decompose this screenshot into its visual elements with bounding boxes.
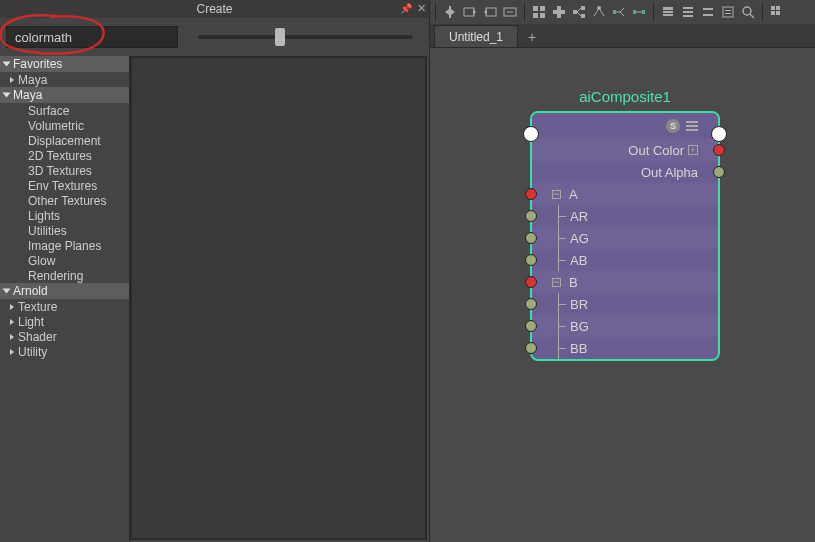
tree-item[interactable]: Shader	[0, 329, 129, 344]
tree-item[interactable]: Env Textures	[0, 178, 129, 193]
node-body: S Out Color + Out Alpha A	[530, 111, 720, 361]
tree-item[interactable]: Utility	[0, 344, 129, 359]
category-tree: Favorites Maya Maya Surface Volumetric D…	[0, 56, 130, 542]
tab-untitled[interactable]: Untitled_1	[434, 25, 518, 47]
tree-item[interactable]: Texture	[0, 299, 129, 314]
svg-rect-4	[533, 6, 538, 11]
expand-icon	[10, 77, 14, 83]
svg-rect-30	[776, 6, 780, 10]
toolbar-remove-icon[interactable]	[630, 3, 648, 21]
svg-rect-29	[771, 6, 775, 10]
input-row-a[interactable]: A	[532, 183, 718, 205]
tree-item[interactable]: 3D Textures	[0, 163, 129, 178]
svg-rect-2	[486, 8, 496, 16]
svg-point-13	[597, 6, 601, 10]
svg-rect-15	[633, 10, 636, 14]
pin-icon[interactable]: 📌	[399, 1, 413, 15]
tab-bar: Untitled_1 +	[430, 24, 815, 48]
toolbar-mode4-icon[interactable]	[719, 3, 737, 21]
toolbar-connected-icon[interactable]	[501, 3, 519, 21]
tree-item[interactable]: Glow	[0, 253, 129, 268]
toolbar-input-output-icon[interactable]	[441, 3, 459, 21]
port-outalpha[interactable]	[713, 166, 725, 178]
input-row-bg[interactable]: BG	[532, 315, 718, 337]
toolbar-input-icon[interactable]	[461, 3, 479, 21]
port-outcolor[interactable]	[713, 144, 725, 156]
svg-rect-6	[533, 13, 538, 18]
tree-item[interactable]: Displacement	[0, 133, 129, 148]
tree-item[interactable]: Surface	[0, 103, 129, 118]
toolbar-mode2-icon[interactable]	[679, 3, 697, 21]
expand-icon	[10, 319, 14, 325]
menu-icon[interactable]	[686, 121, 698, 131]
port-bg[interactable]	[525, 320, 537, 332]
svg-rect-24	[703, 14, 713, 16]
output-row-outalpha[interactable]: Out Alpha	[532, 161, 718, 183]
toolbar-rearrange-icon[interactable]	[590, 3, 608, 21]
expand-icon	[3, 62, 11, 67]
collapse-icon[interactable]	[552, 278, 561, 287]
expand-icon	[10, 304, 14, 310]
port-br[interactable]	[525, 298, 537, 310]
port-ar[interactable]	[525, 210, 537, 222]
svg-rect-5	[540, 6, 545, 11]
collapse-icon[interactable]	[552, 190, 561, 199]
svg-rect-11	[581, 6, 585, 10]
input-row-ar[interactable]: AR	[532, 205, 718, 227]
input-row-ab[interactable]: AB	[532, 249, 718, 271]
category-label: Favorites	[13, 57, 62, 71]
toolbar-add-icon[interactable]	[610, 3, 628, 21]
expand-icon[interactable]: +	[688, 145, 698, 155]
node-aicomposite[interactable]: aiComposite1 S Out Color + Out Alpha	[530, 88, 720, 361]
node-header: S	[532, 113, 718, 139]
category-header-arnold[interactable]: Arnold	[0, 283, 129, 299]
toolbar-mode1-icon[interactable]	[659, 3, 677, 21]
tree-item[interactable]: Image Planes	[0, 238, 129, 253]
toolbar-layout-icon[interactable]	[530, 3, 548, 21]
svg-rect-32	[776, 11, 780, 15]
expand-icon	[3, 289, 11, 294]
tree-item-favorites-maya[interactable]: Maya	[0, 72, 129, 87]
input-row-br[interactable]: BR	[532, 293, 718, 315]
svg-rect-7	[540, 13, 545, 18]
icon-size-slider[interactable]	[188, 27, 423, 47]
toolbar-search-icon[interactable]	[739, 3, 757, 21]
tree-item[interactable]: Lights	[0, 208, 129, 223]
port-bb[interactable]	[525, 342, 537, 354]
output-row-outcolor[interactable]: Out Color +	[532, 139, 718, 161]
toolbar-grid-icon[interactable]	[768, 3, 786, 21]
tree-item[interactable]: Utilities	[0, 223, 129, 238]
swatch-icon[interactable]: S	[666, 119, 680, 133]
svg-rect-1	[464, 8, 474, 16]
tree-item[interactable]: 2D Textures	[0, 148, 129, 163]
category-header-favorites[interactable]: Favorites	[0, 56, 129, 72]
tree-item[interactable]: Rendering	[0, 268, 129, 283]
tree-item[interactable]: Volumetric	[0, 118, 129, 133]
toolbar-clear-icon[interactable]	[550, 3, 568, 21]
panel-close-icon[interactable]: ✕	[414, 1, 428, 15]
port-ab[interactable]	[525, 254, 537, 266]
toolbar-graph-icon[interactable]	[570, 3, 588, 21]
port-a[interactable]	[525, 188, 537, 200]
tree-item[interactable]: Light	[0, 314, 129, 329]
input-row-bb[interactable]: BB	[532, 337, 718, 359]
node-title: aiComposite1	[530, 88, 720, 105]
input-row-b[interactable]: B	[532, 271, 718, 293]
input-row-ag[interactable]: AG	[532, 227, 718, 249]
svg-rect-12	[581, 14, 585, 18]
toolbar-output-icon[interactable]	[481, 3, 499, 21]
tab-add-button[interactable]: +	[522, 27, 542, 47]
svg-rect-25	[723, 7, 733, 17]
svg-rect-14	[613, 10, 616, 14]
port-b[interactable]	[525, 276, 537, 288]
search-input[interactable]	[6, 26, 178, 48]
port-ag[interactable]	[525, 232, 537, 244]
category-header-maya[interactable]: Maya	[0, 87, 129, 103]
svg-rect-0	[449, 6, 451, 18]
create-panel: Create 📌 ✕ Favorites Maya Maya	[0, 0, 430, 542]
tree-item[interactable]: Other Textures	[0, 193, 129, 208]
node-editor-toolbar	[430, 0, 815, 24]
graph-area[interactable]: aiComposite1 S Out Color + Out Alpha	[430, 48, 815, 542]
expand-icon	[10, 349, 14, 355]
toolbar-mode3-icon[interactable]	[699, 3, 717, 21]
